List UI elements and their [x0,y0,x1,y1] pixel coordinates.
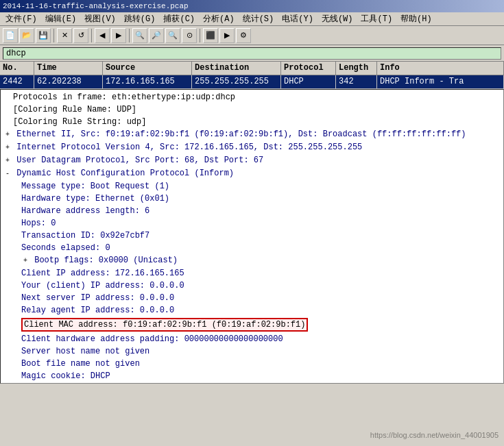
toolbar-stop[interactable]: ⬛ [203,28,218,43]
dhcp-hw-len: Hardware address length: 6 [2,205,502,217]
dhcp-section[interactable]: - Dynamic Host Configuration Protocol (I… [2,167,502,180]
col-info: Info [377,62,504,75]
title-bar: 2014-11-16-traffic-analysis-exercise.pca… [0,0,504,12]
udp-expand-icon: + [3,156,12,166]
col-protocol: Protocol [281,62,336,75]
toolbar-close[interactable]: ✕ [57,28,72,43]
dhcp-siaddr: Next server IP address: 0.0.0.0 [2,292,502,304]
packet-list-header: No. Time Source Destination Protocol Len… [0,62,504,75]
dhcp-giaddr: Relay agent IP address: 0.0.0.0 [2,304,502,317]
menu-capture[interactable]: 捕获(C) [159,12,199,25]
proto-line-2: [Coloring Rule Name: UDP] [2,103,502,116]
dhcp-hw-type: Hardware type: Ethernet (0x01) [2,193,502,205]
bootp-expand-icon: + [21,256,29,267]
dhcp-opt53[interactable]: + Option: (53) DHCP Message Type (Inform… [2,382,502,384]
toolbar: 📄 📂 💾 ✕ ↺ ◀ ▶ 🔍 🔎 🔍 ⊙ ⬛ ▶ ⚙ [0,26,504,45]
dhcp-expand-icon: - [3,169,12,179]
dhcp-secs: Seconds elapsed: 0 [2,242,502,254]
toolbar-settings[interactable]: ⚙ [236,28,251,43]
menu-stats[interactable]: 统计(S) [239,12,278,25]
col-no: No. [0,62,34,75]
title-text: 2014-11-16-traffic-analysis-exercise.pca… [3,2,189,10]
toolbar-zoom-in[interactable]: 🔎 [149,28,164,43]
menu-edit[interactable]: 编辑(E) [41,12,81,25]
menu-wireless[interactable]: 无线(W) [317,12,357,25]
ethernet-section[interactable]: + Ethernet II, Src: f0:19:af:02:9b:f1 (f… [2,128,502,141]
dhcp-file: Boot file name not given [2,358,502,370]
toolbar-sep2 [91,29,92,42]
menu-phone[interactable]: 电话(Y) [278,12,317,25]
toolbar-new[interactable]: 📄 [3,28,18,43]
ethernet-expand-icon: + [3,129,12,140]
dhcp-sname: Server host name not given [2,345,502,358]
dhcp-ciaddr: Client IP address: 172.16.165.165 [2,267,502,280]
toolbar-forward[interactable]: ▶ [111,28,126,43]
proto-line-3: [Coloring Rule String: udp] [2,116,502,128]
packet-row[interactable]: 2442 62.202238 172.16.165.165 255.255.25… [0,75,504,89]
dhcp-yiaddr: Your (client) IP address: 0.0.0.0 [2,280,502,292]
col-source: Source [103,62,192,75]
menu-bar: 文件(F) 编辑(E) 视图(V) 跳转(G) 捕获(C) 分析(A) 统计(S… [0,12,504,26]
cell-time: 62.202238 [34,75,103,88]
cell-info: DHCP Inform - Tra [377,75,504,88]
menu-goto[interactable]: 跳转(G) [120,12,160,25]
mac-address-container: Client MAC address: f0:19:af:02:9b:f1 (f… [2,317,502,332]
toolbar-zoom-out[interactable]: 🔍 [165,28,180,43]
dhcp-magic: Magic cookie: DHCP [2,370,502,382]
toolbar-zoom-reset[interactable]: ⊙ [182,28,197,43]
toolbar-back[interactable]: ◀ [95,28,110,43]
detail-panel[interactable]: Protocols in frame: eth:ethertype:ip:udp… [0,89,504,384]
menu-file[interactable]: 文件(F) [1,12,41,25]
cell-destination: 255.255.255.255 [192,75,281,88]
cell-source: 172.16.165.165 [103,75,192,88]
toolbar-start[interactable]: ▶ [219,28,235,43]
col-time: Time [34,62,103,75]
cell-protocol: DHCP [281,75,336,88]
watermark: https://blog.csdn.net/weixin_44001905 [370,431,499,439]
toolbar-sep3 [129,29,130,42]
ethernet-label: Ethernet II, Src: f0:19:af:02:9b:f1 (f0:… [16,129,466,139]
menu-view[interactable]: 视图(V) [80,12,120,25]
col-destination: Destination [192,62,281,75]
dhcp-msg-type: Message type: Boot Request (1) [2,180,502,193]
toolbar-sep4 [200,29,200,42]
udp-label: User Datagram Protocol, Src Port: 68, Ds… [16,156,263,165]
toolbar-sep1 [53,29,54,42]
filter-input[interactable] [3,47,501,60]
menu-help[interactable]: 帮助(H) [396,12,436,25]
mac-address-highlighted: Client MAC address: f0:19:af:02:9b:f1 (f… [21,318,308,332]
col-length: Length [336,62,377,75]
dhcp-hops: Hops: 0 [2,217,502,230]
ip-expand-icon: + [3,143,12,153]
filter-bar [0,45,504,62]
cell-no: 2442 [0,75,34,88]
dhcp-label: Dynamic Host Configuration Protocol (Inf… [16,169,234,178]
menu-analyze[interactable]: 分析(A) [199,12,239,25]
dhcp-padding: Client hardware address padding: 0000000… [2,333,502,345]
toolbar-find[interactable]: 🔍 [132,28,147,43]
ip-section[interactable]: + Internet Protocol Version 4, Src: 172.… [2,141,502,154]
ip-label: Internet Protocol Version 4, Src: 172.16… [16,143,362,152]
dhcp-bootp[interactable]: + Bootp flags: 0x0000 (Unicast) [2,254,502,267]
toolbar-open[interactable]: 📂 [19,28,34,43]
udp-section[interactable]: + User Datagram Protocol, Src Port: 68, … [2,154,502,167]
menu-tools[interactable]: 工具(T) [357,12,396,25]
toolbar-save[interactable]: 💾 [36,28,51,43]
cell-length: 342 [336,75,377,88]
toolbar-reload[interactable]: ↺ [73,28,88,43]
proto-line-1: Protocols in frame: eth:ethertype:ip:udp… [2,91,502,103]
dhcp-xid: Transaction ID: 0x92e7cbf7 [2,230,502,242]
